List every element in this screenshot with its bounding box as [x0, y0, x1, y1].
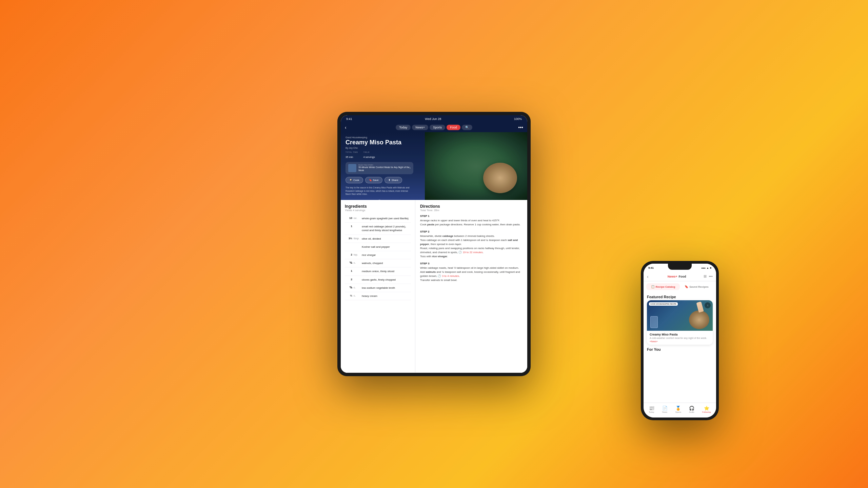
ipad-time: 9:41	[346, 117, 352, 121]
newsplus-label: News+	[668, 275, 677, 278]
nav-tab-newsplus[interactable]: News+	[412, 125, 428, 130]
saved-recipes-label: Saved Recipes	[689, 285, 708, 288]
audio-tab-icon: 🎧	[689, 406, 694, 411]
iphone-time: 9:41	[648, 266, 654, 269]
hero-time: TOTAL TIME 35 min	[346, 151, 358, 159]
recipe-pasta-bowl	[689, 310, 709, 329]
step-2-text4: Toss with rice vinegar.	[420, 255, 522, 259]
step-2-label: STEP 2	[420, 230, 522, 233]
tabbar-news[interactable]: 📄 News	[662, 406, 668, 413]
step-1-text2: Cook pasta per package directions. Reser…	[420, 223, 522, 227]
directions-total-time: Total Time: 35m	[420, 209, 522, 212]
step-1-text: Arrange racks in upper and lower thirds …	[420, 219, 522, 223]
recipe-source-badge: GOOD HOUSEKEEPING RECIPE	[649, 302, 678, 306]
yield-value: 4 servings	[363, 156, 375, 159]
story-card[interactable]: READ THE STORY: 30-Minute Winter Comfort…	[346, 162, 413, 174]
step-3: STEP 3 While cabbage roasts, heat ½ tabl…	[420, 262, 522, 282]
recipe-save-button[interactable]: ↑	[705, 302, 711, 308]
tabbar-sports[interactable]: 🏅 Sports	[675, 406, 681, 413]
today-tab-label: Today	[649, 411, 654, 413]
story-chevron: ›	[410, 166, 411, 170]
ingredients-yields: Yields 4 servings	[345, 209, 411, 212]
hero-text-block: Good Housekeeping Creamy Miso Pasta By J…	[346, 136, 413, 200]
today-tab-icon: 📰	[649, 406, 654, 411]
recipe-card-description: A cold-weather comfort meal for any nigh…	[650, 337, 710, 340]
more-button[interactable]: •••	[518, 125, 523, 130]
nav-tab-search[interactable]: 🔍	[462, 125, 472, 130]
step-2: STEP 2 Meanwhile, divide cabbage between…	[420, 230, 522, 259]
tabbar-audio[interactable]: 🎧 Audio	[689, 406, 694, 413]
share-label: Share	[392, 179, 398, 182]
ingredient-item-1: 1 small red cabbage (about 2 pounds), co…	[345, 223, 411, 235]
iphone-notch	[668, 264, 692, 270]
news-tab-icon: 📄	[662, 406, 668, 411]
recipe-card-title: Creamy Miso Pasta	[650, 333, 710, 336]
share-icon: ⬆	[388, 179, 391, 182]
step-3-text3: Transfer walnuts to small bowl.	[420, 278, 522, 282]
ingredient-item-7: 2 cloves garlic, finely chopped	[345, 276, 411, 284]
ipad-statusbar: 9:41 Wed Jun 28 100%	[341, 115, 527, 123]
ingredient-item-6: 1 medium onion, thinly sliced	[345, 267, 411, 276]
ingredients-title: Ingredients	[345, 204, 411, 209]
ipad-date: Wed Jun 28	[425, 117, 441, 121]
story-title: 30-Minute Winter Comfort Meals for Any N…	[358, 166, 411, 172]
battery-icon: ■	[710, 267, 711, 269]
iphone-navbar: ‹ News+ Food ⊞ •••	[644, 272, 716, 281]
more-icon[interactable]: •••	[709, 274, 713, 279]
step-2-text: Meanwhile, divide cabbage between 2 rimm…	[420, 234, 522, 238]
hero-description: The key to the sauce in this Creamy Miso…	[346, 186, 413, 196]
food-visual	[425, 132, 528, 200]
cook-button[interactable]: 🍳 Cook	[346, 177, 363, 183]
tab-recipe-catalog[interactable]: 📋 Recipe Catalog	[646, 283, 680, 290]
iphone-bottom-tabbar: 📰 Today 📄 News 🏅 Sports 🎧 Audio ⭐ Follow…	[644, 403, 716, 418]
ipad-battery: 100%	[514, 117, 522, 121]
back-button[interactable]: ‹	[345, 125, 347, 130]
nav-tab-sports[interactable]: Sports	[430, 125, 445, 130]
hero-yield: YIELD 4 servings	[363, 151, 375, 159]
hero-actions: 🍳 Cook 🔖 Save ⬆ Share	[346, 177, 413, 183]
hero-source: Good Housekeeping	[346, 136, 413, 139]
food-nav-label: Food	[678, 275, 686, 278]
cook-label: Cook	[353, 179, 359, 182]
pasta-bowl	[483, 163, 517, 193]
scroll-hint: ⌄	[346, 197, 413, 200]
step-1-label: STEP 1	[420, 215, 522, 218]
tabbar-following[interactable]: ⭐ Following	[702, 406, 711, 413]
recipe-card-source: +News+	[650, 340, 710, 343]
recipe-catalog-label: Recipe Catalog	[656, 285, 675, 288]
iphone-back-button[interactable]: ‹	[647, 274, 649, 279]
tabbar-today[interactable]: 📰 Today	[649, 406, 654, 413]
grid-icon[interactable]: ⊞	[704, 274, 707, 279]
cook-icon: 🍳	[349, 179, 352, 182]
signal-icon: ●●●	[701, 267, 706, 269]
ipad-navbar: ‹ Today News+ Sports Food 🔍 •••	[341, 123, 527, 132]
saved-recipes-icon: 🔖	[685, 285, 688, 288]
news-tab-label: News	[662, 411, 667, 413]
tab-saved-recipes[interactable]: 🔖 Saved Recipes	[680, 283, 713, 290]
step-3-text2: Add walnuts and ⅛ teaspoon salt and cook…	[420, 270, 522, 278]
iphone-app-title: News+ Food	[666, 275, 686, 278]
time-label: TOTAL TIME	[346, 151, 358, 153]
hero-meta: TOTAL TIME 35 min YIELD 4 servings	[346, 151, 413, 159]
iphone-status-icons: ●●● ▲ ■	[701, 267, 711, 269]
iphone-nav-icons: ⊞ •••	[704, 274, 713, 279]
step-3-time: 🕐 3 to 4 minutes	[438, 274, 459, 278]
nav-tab-food[interactable]: Food	[447, 125, 460, 130]
hero-food-image	[425, 132, 528, 200]
following-tab-icon: ⭐	[704, 406, 709, 411]
ingredient-item-2: 3½ tbsp. olive oil, divided	[345, 235, 411, 243]
save-button[interactable]: 🔖 Save	[365, 177, 382, 183]
nav-tab-today[interactable]: Today	[396, 125, 411, 130]
ipad-hero: Good Housekeeping Creamy Miso Pasta By J…	[341, 132, 527, 200]
step-1: STEP 1 Arrange racks in upper and lower …	[420, 215, 522, 227]
ipad-device: 9:41 Wed Jun 28 100% ‹ Today News+ Sport…	[337, 112, 531, 376]
save-icon: 🔖	[369, 179, 372, 182]
share-button[interactable]: ⬆ Share	[384, 177, 402, 183]
save-label: Save	[373, 179, 379, 182]
step-2-time: 🕐 19 to 22 minutes	[458, 251, 482, 254]
following-tab-label: Following	[702, 411, 711, 413]
ingredient-item-4: 2 tsp. rice vinegar	[345, 251, 411, 259]
featured-label: Featured Recipe	[644, 292, 716, 300]
featured-recipe-card[interactable]: GOOD HOUSEKEEPING RECIPE ↑ Creamy Miso P…	[647, 300, 713, 345]
directions-panel: Directions Total Time: 35m STEP 1 Arrang…	[415, 200, 527, 373]
